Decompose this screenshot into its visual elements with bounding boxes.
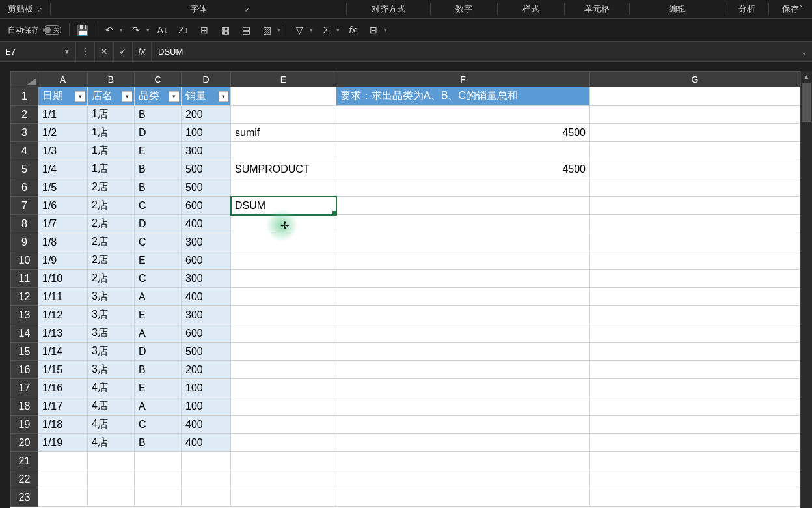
col-header-c[interactable]: C — [135, 72, 182, 87]
cell-E9[interactable] — [231, 233, 336, 251]
cell-E21[interactable] — [231, 452, 336, 470]
cell-G22[interactable] — [590, 470, 800, 488]
cell-G15[interactable] — [590, 343, 800, 361]
merge-cells-icon[interactable]: ▦ — [217, 22, 233, 38]
undo-icon[interactable]: ↶ — [102, 22, 117, 38]
cell-F18[interactable] — [336, 397, 590, 416]
name-box-split-icon[interactable]: ⋮ — [76, 42, 95, 61]
row-header[interactable]: 1 — [11, 87, 38, 106]
cell-F6[interactable] — [336, 178, 590, 197]
ribbon-group-clipboard[interactable]: 剪贴板 ⤢ — [0, 0, 50, 18]
ribbon-group-editing[interactable]: 编辑 — [630, 0, 725, 18]
row-header[interactable]: 21 — [11, 452, 38, 470]
ribbon-group-analyze[interactable]: 分析 — [725, 0, 768, 18]
cell-B12[interactable]: 3店 — [88, 288, 135, 306]
cell-D17[interactable]: 100 — [182, 379, 231, 397]
cell-F2[interactable] — [336, 106, 590, 124]
cell-D20[interactable]: 400 — [182, 434, 231, 452]
cell-G7[interactable] — [590, 197, 800, 215]
cell-G21[interactable] — [590, 452, 800, 470]
filter-dropdown-icon[interactable]: ▾ — [169, 91, 180, 102]
cell-A13[interactable]: 1/12 — [38, 306, 88, 324]
filter-icon[interactable]: ▽ — [291, 22, 307, 38]
cell-E22[interactable] — [231, 470, 336, 488]
cell-D6[interactable]: 500 — [182, 178, 231, 197]
cell-D4[interactable]: 300 — [182, 142, 231, 160]
cell-C14[interactable]: A — [135, 324, 182, 343]
cell-G1[interactable] — [590, 87, 800, 106]
cell-F8[interactable] — [336, 215, 590, 233]
cell-F13[interactable] — [336, 306, 590, 324]
row-header[interactable]: 11 — [11, 270, 38, 288]
cell-E15[interactable] — [231, 343, 336, 361]
cell-B18[interactable]: 4店 — [88, 397, 135, 416]
dropdown-icon[interactable]: ▾ — [277, 27, 280, 33]
cell-A9[interactable]: 1/8 — [38, 233, 88, 251]
cell-C3[interactable]: D — [135, 124, 182, 142]
cell-D11[interactable]: 300 — [182, 270, 231, 288]
cell-F12[interactable] — [336, 288, 590, 306]
conditional-format-icon[interactable]: ▨ — [259, 22, 275, 38]
cell-A22[interactable] — [38, 470, 88, 488]
dropdown-icon[interactable]: ▾ — [384, 27, 387, 33]
cell-D21[interactable] — [182, 452, 231, 470]
cell-D9[interactable]: 300 — [182, 233, 231, 251]
undo-dropdown-icon[interactable]: ▾ — [120, 27, 123, 33]
ribbon-group-cells[interactable]: 单元格 — [565, 0, 629, 18]
cell-G9[interactable] — [590, 233, 800, 251]
filter-dropdown-icon[interactable]: ▾ — [218, 91, 229, 102]
cell-E1[interactable] — [231, 87, 336, 106]
cell-G19[interactable] — [590, 416, 800, 434]
cell-B22[interactable] — [88, 470, 135, 488]
row-header[interactable]: 2 — [11, 106, 38, 124]
cell-C4[interactable]: E — [135, 142, 182, 160]
cell-E20[interactable] — [231, 434, 336, 452]
row-header[interactable]: 5 — [11, 160, 38, 178]
row-header[interactable]: 23 — [11, 488, 38, 507]
cell-F5[interactable]: 4500 — [336, 160, 590, 178]
cell-C12[interactable]: A — [135, 288, 182, 306]
cell-A1[interactable]: 日期▾ — [38, 87, 88, 106]
row-header[interactable]: 10 — [11, 251, 38, 270]
cell-G23[interactable] — [590, 488, 800, 507]
cell-F4[interactable] — [336, 142, 590, 160]
cell-A15[interactable]: 1/14 — [38, 343, 88, 361]
cell-B4[interactable]: 1店 — [88, 142, 135, 160]
cell-D12[interactable]: 400 — [182, 288, 231, 306]
cell-E14[interactable] — [231, 324, 336, 343]
cell-C13[interactable]: E — [135, 306, 182, 324]
cell-F16[interactable] — [336, 361, 590, 379]
cancel-formula-icon[interactable]: ✕ — [95, 42, 114, 61]
cell-F20[interactable] — [336, 434, 590, 452]
cell-B13[interactable]: 3店 — [88, 306, 135, 324]
scrollbar-thumb[interactable] — [802, 83, 811, 122]
row-header[interactable]: 12 — [11, 288, 38, 306]
filter-dropdown-icon[interactable]: ▾ — [122, 91, 133, 102]
cell-C16[interactable]: B — [135, 361, 182, 379]
cell-B23[interactable] — [88, 488, 135, 507]
cell-C15[interactable]: D — [135, 343, 182, 361]
fx-icon[interactable]: fx — [345, 22, 360, 38]
chevron-down-icon[interactable]: ▼ — [64, 48, 70, 55]
save-icon[interactable]: 💾 — [75, 22, 90, 38]
cell-D8[interactable]: 400 — [182, 215, 231, 233]
ribbon-group-save[interactable]: 保存 — [769, 0, 812, 18]
row-header[interactable]: 8 — [11, 215, 38, 233]
cell-E12[interactable] — [231, 288, 336, 306]
row-header[interactable]: 20 — [11, 434, 38, 452]
format-table-icon[interactable]: ▤ — [238, 22, 254, 38]
cell-F11[interactable] — [336, 270, 590, 288]
cell-E11[interactable] — [231, 270, 336, 288]
cell-E2[interactable] — [231, 106, 336, 124]
scroll-up-icon[interactable]: ▲ — [801, 71, 812, 82]
cell-F7[interactable] — [336, 197, 590, 215]
cell-D5[interactable]: 500 — [182, 160, 231, 178]
cell-C20[interactable]: B — [135, 434, 182, 452]
cell-B6[interactable]: 2店 — [88, 178, 135, 197]
row-header[interactable]: 15 — [11, 343, 38, 361]
cell-C19[interactable]: C — [135, 416, 182, 434]
cell-G13[interactable] — [590, 306, 800, 324]
row-header[interactable]: 7 — [11, 197, 38, 215]
cell-D13[interactable]: 300 — [182, 306, 231, 324]
cell-C6[interactable]: B — [135, 178, 182, 197]
